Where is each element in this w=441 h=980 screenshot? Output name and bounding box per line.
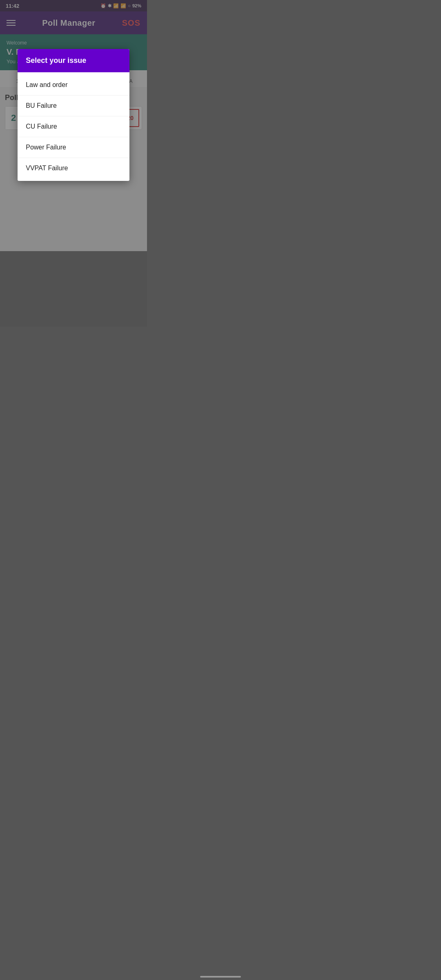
modal-body: Law and order BU Failure CU Failure Powe… [18, 72, 129, 181]
modal-overlay[interactable]: Select your issue Law and order BU Failu… [0, 0, 147, 327]
issue-item-law-and-order[interactable]: Law and order [18, 75, 129, 96]
issue-item-vvpat-failure[interactable]: VVPAT Failure [18, 158, 129, 178]
issue-item-power-failure[interactable]: Power Failure [18, 137, 129, 158]
issue-item-cu-failure[interactable]: CU Failure [18, 116, 129, 137]
modal-header: Select your issue [18, 49, 129, 72]
modal-title: Select your issue [26, 56, 121, 65]
issue-select-modal: Select your issue Law and order BU Failu… [18, 49, 129, 181]
issue-item-bu-failure[interactable]: BU Failure [18, 96, 129, 116]
